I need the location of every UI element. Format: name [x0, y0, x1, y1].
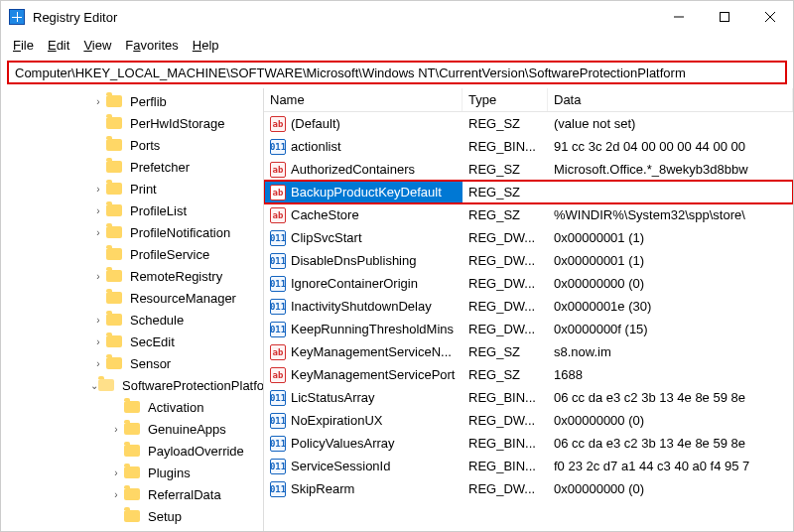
expand-icon[interactable]: ›	[90, 268, 106, 284]
expand-icon[interactable]: ›	[90, 93, 106, 109]
value-row[interactable]: abCacheStoreREG_SZ%WINDIR%\System32\spp\…	[264, 203, 793, 226]
expand-collapse-icon[interactable]: ⌄	[90, 377, 98, 393]
folder-icon	[106, 248, 122, 260]
expand-icon[interactable]: ›	[90, 333, 106, 349]
value-type: REG_DW...	[463, 249, 548, 272]
tree-item[interactable]: ›Schedule	[5, 309, 263, 331]
folder-icon	[106, 95, 122, 107]
value-row[interactable]: ab(Default)REG_SZ(value not set)	[264, 112, 793, 135]
tree-item[interactable]: Ports	[5, 134, 263, 156]
tree-item[interactable]: ›Sensor	[5, 352, 263, 374]
string-value-icon: ab	[270, 344, 286, 360]
tree-item[interactable]: ⌄SoftwareProtectionPlatform	[5, 374, 263, 396]
value-type: REG_DW...	[463, 409, 548, 432]
menu-file[interactable]: File	[7, 36, 40, 55]
menu-help[interactable]: Help	[187, 36, 225, 55]
value-data: 0x0000000f (15)	[548, 318, 793, 340]
tree-item-label: Setup	[144, 508, 186, 525]
value-name: PolicyValuesArray	[291, 436, 395, 451]
value-data: f0 23 2c d7 a1 44 c3 40 a0 f4 95 7	[548, 455, 793, 477]
value-data: 06 cc da e3 c2 3b 13 4e 8e 59 8e	[548, 432, 793, 455]
expand-icon[interactable]: ›	[108, 486, 124, 502]
main-split: ›PerflibPerHwIdStoragePortsPrefetcher›Pr…	[1, 88, 793, 531]
tree-item[interactable]: ›RemoteRegistry	[5, 265, 263, 287]
value-row[interactable]: abKeyManagementServiceN...REG_SZs8.now.i…	[264, 340, 793, 363]
tree-item[interactable]: PayloadOverride	[5, 440, 263, 462]
minimize-icon	[674, 12, 684, 22]
value-row[interactable]: abBackupProductKeyDefaultREG_SZ	[264, 181, 793, 203]
tree-item[interactable]: ›ProfileList	[5, 200, 263, 221]
value-name: InactivityShutdownDelay	[291, 299, 432, 314]
value-name: AuthorizedContainers	[291, 162, 415, 177]
binary-value-icon: 011	[270, 390, 286, 406]
tree-item[interactable]: ›Print	[5, 178, 263, 200]
minimize-button[interactable]	[656, 1, 702, 33]
column-header-data[interactable]: Data	[548, 88, 793, 111]
tree-item[interactable]: ›GenuineApps	[5, 418, 263, 440]
folder-icon	[106, 161, 122, 173]
close-button[interactable]	[747, 1, 793, 33]
value-type: REG_DW...	[463, 477, 548, 500]
maximize-button[interactable]	[702, 1, 747, 33]
value-row[interactable]: 011ServiceSessionIdREG_BIN...f0 23 2c d7…	[264, 455, 793, 477]
tree-item[interactable]: ›ProfileNotification	[5, 221, 263, 243]
tree-item-label: Perflib	[126, 93, 171, 110]
string-value-icon: ab	[270, 207, 286, 223]
expand-icon	[90, 137, 106, 153]
tree-item[interactable]: Activation	[5, 396, 263, 418]
expand-icon[interactable]: ›	[90, 224, 106, 240]
value-row[interactable]: 011actionlistREG_BIN...91 cc 3c 2d 04 00…	[264, 135, 793, 158]
tree-item-label: RemoteRegistry	[126, 268, 226, 285]
expand-icon[interactable]: ›	[108, 421, 124, 437]
tree-item[interactable]: ›Plugins	[5, 462, 263, 483]
value-row[interactable]: 011SkipRearmREG_DW...0x00000000 (0)	[264, 477, 793, 500]
value-row[interactable]: 011LicStatusArrayREG_BIN...06 cc da e3 c…	[264, 386, 793, 409]
value-type: REG_SZ	[463, 112, 548, 135]
folder-icon	[106, 204, 122, 216]
tree-item[interactable]: ›Perflib	[5, 90, 263, 112]
tree-item[interactable]: ›ReferralData	[5, 483, 263, 505]
menu-view[interactable]: View	[77, 36, 117, 55]
expand-icon[interactable]: ›	[90, 312, 106, 328]
tree-item-label: Schedule	[126, 312, 188, 329]
folder-icon	[106, 117, 122, 129]
value-row[interactable]: 011PolicyValuesArrayREG_BIN...06 cc da e…	[264, 432, 793, 455]
value-data: s8.now.im	[548, 340, 793, 363]
list-view[interactable]: Name Type Data ab(Default)REG_SZ(value n…	[264, 88, 793, 531]
tree-item[interactable]: Prefetcher	[5, 156, 263, 178]
tree-item[interactable]: ResourceManager	[5, 287, 263, 309]
title-bar: Registry Editor	[1, 1, 793, 33]
value-row[interactable]: 011IgnoreContainerOriginREG_DW...0x00000…	[264, 272, 793, 295]
value-name: KeyManagementServicePort	[291, 367, 455, 382]
value-name: ServiceSessionId	[291, 459, 390, 473]
value-row[interactable]: 011DisableDnsPublishingREG_DW...0x000000…	[264, 249, 793, 272]
tree-item[interactable]: PerHwIdStorage	[5, 112, 263, 134]
value-row[interactable]: 011InactivityShutdownDelayREG_DW...0x000…	[264, 295, 793, 318]
expand-icon[interactable]: ›	[90, 181, 106, 197]
tree-item[interactable]: ›SecEdit	[5, 331, 263, 352]
value-row[interactable]: 011ClipSvcStartREG_DW...0x00000001 (1)	[264, 226, 793, 249]
value-type: REG_SZ	[463, 181, 548, 203]
value-row[interactable]: 011KeepRunningThresholdMinsREG_DW...0x00…	[264, 318, 793, 340]
value-name: ClipSvcStart	[291, 230, 362, 245]
address-bar[interactable]: Computer\HKEY_LOCAL_MACHINE\SOFTWARE\Mic…	[7, 61, 787, 84]
value-type: REG_BIN...	[463, 135, 548, 158]
expand-icon[interactable]: ›	[90, 202, 106, 218]
expand-icon[interactable]: ›	[108, 465, 124, 480]
column-header-name[interactable]: Name	[264, 88, 463, 111]
menu-edit[interactable]: Edit	[42, 36, 75, 55]
value-data: (value not set)	[548, 112, 793, 135]
list-rows: ab(Default)REG_SZ(value not set)011actio…	[264, 112, 793, 500]
value-data: 0x0000001e (30)	[548, 295, 793, 318]
value-row[interactable]: abKeyManagementServicePortREG_SZ1688	[264, 363, 793, 386]
tree-item[interactable]: Setup	[5, 505, 263, 527]
value-row[interactable]: abAuthorizedContainersREG_SZMicrosoft.Of…	[264, 158, 793, 181]
expand-icon[interactable]: ›	[90, 355, 106, 371]
value-name: SkipRearm	[291, 481, 354, 496]
column-header-type[interactable]: Type	[463, 88, 548, 111]
tree-item[interactable]: ProfileService	[5, 243, 263, 265]
menu-favorites[interactable]: Favorites	[119, 36, 184, 55]
value-row[interactable]: 011NoExpirationUXREG_DW...0x00000000 (0)	[264, 409, 793, 432]
tree-item-label: Print	[126, 181, 161, 198]
tree-view[interactable]: ›PerflibPerHwIdStoragePortsPrefetcher›Pr…	[1, 88, 264, 531]
